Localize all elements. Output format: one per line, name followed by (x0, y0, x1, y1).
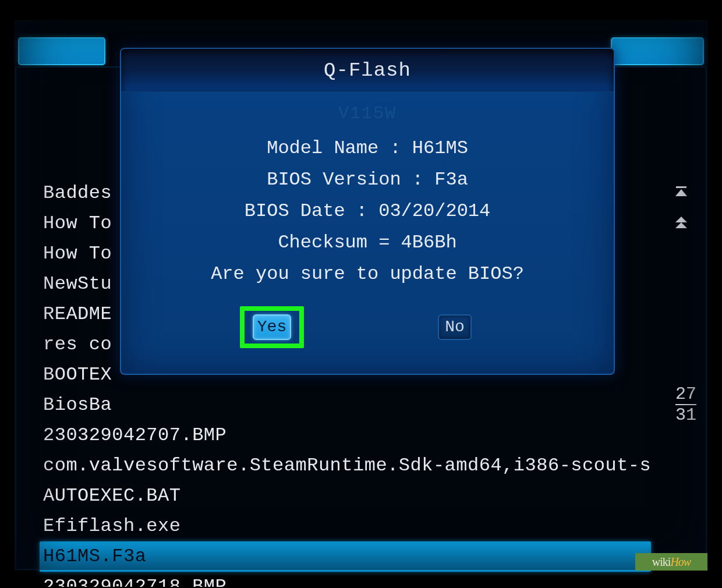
wikihow-watermark: wikiHow (635, 553, 707, 571)
confirm-text: Are you sure to update BIOS? (121, 258, 614, 290)
file-row[interactable]: 230329042707.BMP (40, 420, 651, 451)
file-row[interactable]: 230329042718.BMP (40, 572, 651, 587)
dialog-title: Q-Flash (324, 59, 411, 82)
file-row[interactable]: com.valvesoftware.SteamRuntime.Sdk-amd64… (40, 451, 651, 481)
bios-version-row: BIOS Version : F3a (121, 164, 614, 196)
file-row[interactable]: H61MS.F3a (40, 541, 651, 572)
bios-date-label: BIOS Date : (245, 200, 378, 222)
watermark-prefix: wiki (652, 555, 671, 569)
top-tab-right[interactable] (611, 37, 704, 65)
file-row[interactable]: Efiflash.exe (40, 511, 651, 541)
scroll-to-top-icon[interactable] (673, 185, 689, 201)
model-row: Model Name : H61MS (121, 133, 614, 164)
qflash-version: V115W (121, 98, 614, 129)
dialog-buttons: Yes No (121, 306, 614, 348)
yes-button[interactable]: Yes (253, 314, 291, 340)
svg-rect-0 (676, 186, 686, 188)
top-tab-left[interactable] (18, 37, 105, 65)
counter-current: 27 (675, 385, 696, 403)
bios-version-label: BIOS Version : (267, 169, 434, 190)
yes-button-highlight: Yes (240, 306, 304, 348)
counter-total: 31 (675, 406, 696, 424)
checksum-label: Checksum = (278, 232, 401, 253)
file-row[interactable]: AUTOEXEC.BAT (40, 481, 651, 511)
checksum-value: 4B6Bh (401, 232, 457, 253)
watermark-suffix: How (670, 555, 691, 569)
bios-screen: BaddesHow ToHow ToNewStuREADMEres coBOOT… (15, 20, 707, 571)
bios-version-value: F3a (434, 169, 468, 190)
bios-date-value: 03/20/2014 (378, 200, 490, 222)
file-counter: 27 31 (675, 385, 696, 424)
checksum-row: Checksum = 4B6Bh (121, 227, 614, 258)
dialog-titlebar: Q-Flash (121, 49, 614, 92)
dialog-body: V115W Model Name : H61MS BIOS Version : … (121, 92, 614, 348)
no-button[interactable]: No (438, 314, 472, 340)
bios-date-row: BIOS Date : 03/20/2014 (121, 196, 614, 227)
qflash-dialog: Q-Flash V115W Model Name : H61MS BIOS Ve… (120, 48, 615, 375)
model-label: Model Name : (267, 137, 412, 159)
model-value: H61MS (412, 137, 468, 159)
scroll-up-icon[interactable] (673, 215, 689, 232)
file-row[interactable]: BiosBa (40, 390, 651, 420)
